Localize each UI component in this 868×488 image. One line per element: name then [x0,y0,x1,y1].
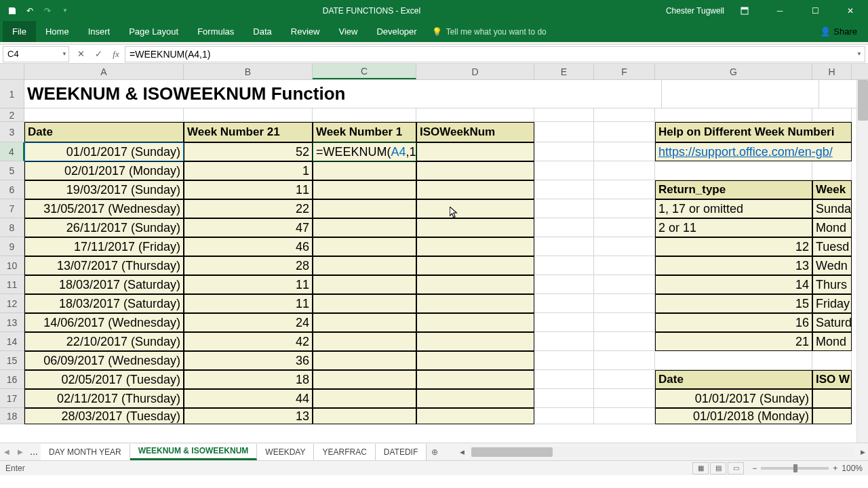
cell[interactable] [534,142,594,161]
cell[interactable] [594,161,655,180]
name-box[interactable]: C4 ▼ [3,46,69,62]
cell[interactable] [534,313,594,332]
cell[interactable] [594,180,655,199]
view-page-layout-icon[interactable]: ▤ [710,462,726,474]
zoom-in-icon[interactable]: + [833,464,837,473]
header-date[interactable]: Date [24,122,184,142]
cell[interactable]: 13 [184,408,313,424]
close-icon[interactable]: ✕ [835,0,865,21]
cancel-icon[interactable]: ✕ [72,46,90,62]
cell[interactable] [819,80,859,108]
row-header[interactable]: 12 [0,294,24,313]
sheet-tab[interactable]: YEARFRAC [314,444,375,460]
help-week-header[interactable]: Week [812,180,852,199]
cell[interactable] [416,142,534,161]
cell[interactable] [594,389,655,408]
col-header-e[interactable]: E [534,64,594,79]
cell[interactable]: 14/06/2017 (Wednesday) [24,313,184,332]
cell[interactable] [313,313,416,332]
cell[interactable] [534,351,594,370]
cell[interactable] [534,218,594,237]
cell[interactable]: 16 [655,313,812,332]
sheet-tab-active[interactable]: WEEKNUM & ISOWEEKNUM [130,444,258,460]
cell-a4[interactable]: 01/01/2017 (Sunday) [24,142,184,161]
cell[interactable] [812,161,852,180]
cell[interactable] [534,180,594,199]
cell[interactable] [812,408,852,424]
cell[interactable]: 21 [655,332,812,351]
tab-review[interactable]: Review [281,21,330,42]
cell[interactable] [655,108,812,122]
col-header-b[interactable]: B [184,64,313,79]
cell[interactable] [655,351,812,370]
tab-data[interactable]: Data [243,21,281,42]
cell[interactable] [594,256,655,275]
cell[interactable] [534,161,594,180]
cell[interactable]: 12 [655,237,812,256]
cell[interactable] [416,351,534,370]
namebox-dropdown-icon[interactable]: ▼ [62,51,67,57]
cell[interactable]: 47 [184,218,313,237]
tellme-search[interactable]: 💡 Tell me what you want to do [432,27,547,37]
col-header-h[interactable]: H [812,64,852,79]
cell[interactable] [416,161,534,180]
cell[interactable]: 02/05/2017 (Tuesday) [24,370,184,389]
cell-c4-active[interactable]: =WEEKNUM(A4,1) [313,142,416,161]
cell[interactable]: 2 or 11 [655,218,812,237]
cell[interactable]: 18/03/2017 (Saturday) [24,275,184,294]
help-link[interactable]: https://support.office.com/en-gb/ [655,142,852,161]
cell[interactable]: Mond [812,218,852,237]
view-page-break-icon[interactable]: ▭ [728,462,744,474]
cell[interactable] [662,80,819,108]
cell[interactable] [594,122,655,142]
cell[interactable] [313,218,416,237]
cell[interactable] [313,237,416,256]
cell[interactable]: 44 [184,389,313,408]
formula-input[interactable]: =WEEKNUM(A4,1) ▼ [125,46,865,62]
minimize-icon[interactable]: ─ [765,0,795,21]
cell[interactable] [416,237,534,256]
tab-file[interactable]: File [3,21,36,42]
cell[interactable] [313,389,416,408]
cell[interactable]: 02/01/2017 (Monday) [24,161,184,180]
cell[interactable]: 19/03/2017 (Sunday) [24,180,184,199]
cell[interactable] [416,108,534,122]
cell[interactable]: 02/11/2017 (Thursday) [24,389,184,408]
tab-formulas[interactable]: Formulas [188,21,243,42]
cell[interactable]: 13/07/2017 (Thursday) [24,256,184,275]
cell[interactable]: 22/10/2017 (Sunday) [24,332,184,351]
cell[interactable]: 11 [184,275,313,294]
cell[interactable] [594,199,655,218]
cell[interactable]: 13 [655,256,812,275]
tab-page-layout[interactable]: Page Layout [119,21,188,42]
sheet-tab[interactable]: WEEKDAY [257,444,314,460]
cell[interactable]: 24 [184,313,313,332]
cell[interactable] [594,294,655,313]
cell[interactable]: 14 [655,275,812,294]
save-icon[interactable] [4,3,20,19]
tab-nav-next-icon[interactable]: ▶ [14,448,27,455]
cell[interactable] [313,275,416,294]
add-sheet-icon[interactable]: ⊕ [427,447,443,457]
view-normal-icon[interactable]: ▦ [692,462,709,474]
sheet-tab[interactable]: DAY MONTH YEAR [41,444,130,460]
cell[interactable] [594,332,655,351]
row-header[interactable]: 18 [0,408,24,424]
cell[interactable] [416,370,534,389]
cell[interactable] [313,161,416,180]
cell-b4[interactable]: 52 [184,142,313,161]
row-header[interactable]: 10 [0,256,24,275]
cell[interactable] [313,408,416,424]
cell[interactable] [313,256,416,275]
cell[interactable] [534,199,594,218]
cell[interactable]: 1, 17 or omitted [655,199,812,218]
cell[interactable] [416,408,534,424]
cell[interactable]: 18/03/2017 (Saturday) [24,294,184,313]
row-header[interactable]: 8 [0,218,24,237]
help-title[interactable]: Help on Different Week Numberi [655,122,852,142]
cell[interactable] [416,256,534,275]
cell[interactable] [416,389,534,408]
col-header-d[interactable]: D [416,64,534,79]
row-header[interactable]: 15 [0,351,24,370]
col-header-c[interactable]: C [313,64,416,79]
